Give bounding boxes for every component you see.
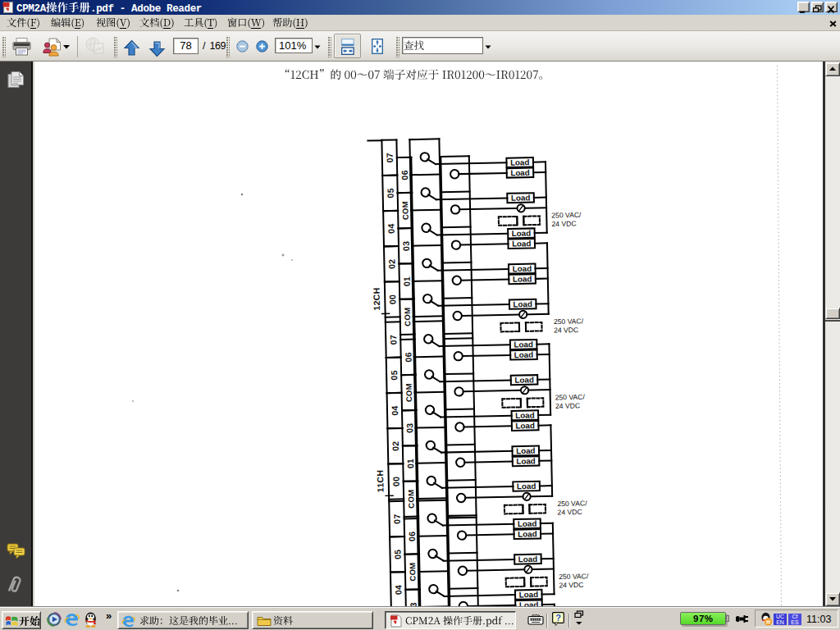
svg-text:Load: Load	[513, 299, 532, 308]
svg-text:Load: Load	[516, 446, 536, 455]
svg-text:250 VAC/: 250 VAC/	[551, 211, 582, 220]
svg-text:04: 04	[390, 405, 399, 416]
svg-text:CPM2A: CPM2A	[16, 3, 47, 15]
svg-text:?: ?	[555, 613, 561, 623]
svg-text:01: 01	[405, 459, 415, 469]
svg-text:12CH: 12CH	[372, 287, 382, 310]
svg-text:06: 06	[403, 352, 413, 363]
svg-text:Load: Load	[513, 274, 532, 283]
svg-text:05: 05	[386, 188, 395, 199]
svg-text:Load: Load	[511, 193, 531, 202]
svg-text:Load: Load	[515, 411, 535, 420]
svg-text:24 VDC: 24 VDC	[551, 219, 576, 228]
svg-text:11CH: 11CH	[375, 470, 386, 493]
svg-text:250 VAC/: 250 VAC/	[559, 572, 589, 581]
svg-text:COM: COM	[403, 308, 412, 326]
svg-text:04: 04	[393, 585, 403, 596]
svg-text:07: 07	[388, 335, 398, 345]
svg-text:Load: Load	[514, 340, 533, 349]
svg-text:250 VAC/: 250 VAC/	[554, 317, 584, 326]
svg-text:00: 00	[387, 294, 397, 305]
svg-text:.pdf - Adobe Reader: .pdf - Adobe Reader	[90, 3, 202, 15]
svg-text:07: 07	[392, 514, 402, 524]
svg-text:24 VDC: 24 VDC	[555, 401, 580, 410]
svg-text:07: 07	[385, 153, 395, 163]
svg-text:Load: Load	[514, 375, 534, 384]
svg-text:Load: Load	[515, 421, 535, 430]
svg-text:250 VAC/: 250 VAC/	[555, 393, 586, 402]
svg-text:Load: Load	[516, 456, 536, 465]
svg-text:02: 02	[390, 441, 400, 451]
svg-text:Load: Load	[518, 555, 538, 564]
svg-text:03: 03	[401, 241, 411, 252]
svg-text:250 VAC/: 250 VAC/	[557, 499, 587, 508]
svg-text:Load: Load	[518, 519, 537, 528]
svg-text:05: 05	[389, 370, 399, 381]
svg-text:COM: COM	[400, 201, 409, 220]
svg-text:24 VDC: 24 VDC	[554, 326, 578, 335]
svg-text:24 VDC: 24 VDC	[557, 508, 582, 517]
svg-text:Load: Load	[510, 168, 530, 177]
svg-text:Load: Load	[512, 239, 532, 248]
svg-text:COM: COM	[408, 562, 417, 581]
svg-text:02: 02	[386, 259, 396, 270]
svg-text:Load: Load	[519, 590, 539, 599]
svg-text:Load: Load	[519, 600, 539, 607]
svg-text:03: 03	[404, 423, 414, 434]
svg-text:01: 01	[402, 276, 412, 287]
svg-text:24 VDC: 24 VDC	[559, 581, 583, 590]
svg-text:Load: Load	[513, 264, 532, 273]
svg-text:06: 06	[399, 170, 409, 180]
svg-text:00: 00	[391, 477, 401, 487]
svg-text:04: 04	[386, 223, 395, 234]
svg-text:Load: Load	[512, 229, 532, 238]
svg-text:Load: Load	[510, 158, 530, 167]
svg-text:Load: Load	[514, 350, 534, 359]
svg-text:COM: COM	[404, 383, 413, 402]
svg-text:Load: Load	[518, 529, 537, 538]
svg-text:06: 06	[407, 532, 417, 542]
svg-text:COM: COM	[406, 490, 415, 509]
svg-text:05: 05	[392, 550, 402, 560]
svg-text:Load: Load	[517, 482, 536, 491]
